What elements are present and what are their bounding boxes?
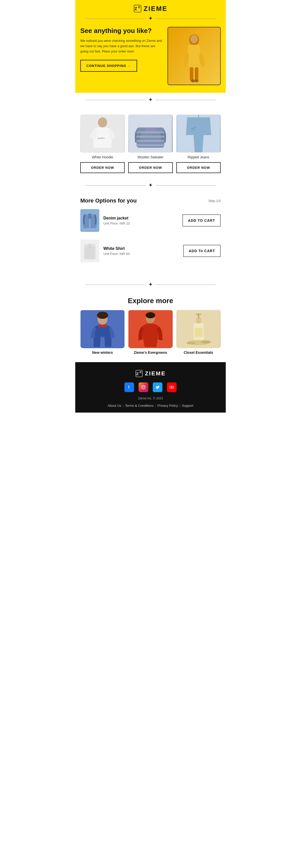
explore-section: Explore more New winters [75,292,226,362]
social-icons-row: f [80,382,221,392]
svg-rect-38 [98,324,107,327]
continue-shopping-button[interactable]: CONTINUE SHOPPING → [80,60,137,72]
svg-rect-20 [145,127,156,131]
divider-line-right3 [155,185,215,186]
svg-rect-18 [137,140,164,142]
products-divider: ✦ [75,93,226,107]
option-image-denim-jacket [80,209,99,232]
explore-card-closet-essentials[interactable]: Closet Essentials [176,310,221,354]
option-info-white-shirt: White Shirt Unit Price: INR 50 [103,246,179,256]
add-to-cart-button-denim-jacket[interactable]: ADD TO CART [182,214,221,226]
divider-plus-icon: ✦ [146,15,155,22]
explore-card-evergreens[interactable]: Zieme's Evergreens [128,310,172,354]
svg-point-57 [144,386,145,386]
youtube-icon[interactable] [167,382,177,392]
product-image-ripped-jeans [176,115,221,153]
svg-point-37 [97,312,108,319]
svg-rect-26 [88,214,92,219]
header: Z ZIEME [75,0,226,15]
twitter-icon[interactable] [153,382,162,392]
product-card-ripped-jeans: Ripped Jeans ORDER NOW [176,115,221,173]
explore-image-evergreens [128,310,172,348]
svg-text:Z: Z [135,7,137,11]
more-options-header: More Options for you Step 1/3 [80,197,221,204]
explore-title: Explore more [80,297,221,305]
hero-title: See anything you like? [80,27,162,35]
more-options-section: More Options for you Step 1/3 Denim jack… [75,192,226,278]
footer-link-about[interactable]: About Us [108,404,121,407]
footer-separator-3: | [179,404,180,407]
divider-plus-icon3: ✦ [146,182,155,189]
footer-logo-icon: Z [135,370,143,377]
footer-link-support[interactable]: Support [182,404,193,407]
option-row-white-shirt: White Shirt Unit Price: INR 50 ADD To CA… [80,240,221,265]
product-name-ripped-jeans: Ripped Jeans [188,155,209,159]
svg-point-50 [186,342,195,344]
hero-section: See anything you like? We noticed you we… [75,22,226,93]
svg-text:Z: Z [136,372,139,376]
svg-rect-8 [195,67,198,81]
svg-rect-47 [195,328,202,337]
products-grid: audere White Hoodie ORDER NOW [80,115,221,173]
footer-separator-1: | [123,404,123,407]
footer-link-privacy[interactable]: Privacy Policy [157,404,178,407]
explore-name-new-winters: New winters [92,350,113,354]
step-indicator: Step 1/3 [208,199,221,203]
divider-line-left3 [86,185,146,186]
products-section: audere White Hoodie ORDER NOW [75,107,226,178]
svg-point-5 [190,35,198,43]
brand-name: ZIEME [144,5,167,13]
svg-point-2 [138,6,140,8]
footer-links: About Us | Terms & Conditions | Privacy … [80,404,221,407]
more-options-divider: ✦ [75,178,226,192]
explore-card-new-winters[interactable]: New winters [80,310,125,354]
instagram-icon[interactable] [139,382,148,392]
svg-rect-44 [196,318,201,323]
option-price-denim-jacket: Unit Price: INR 10 [103,221,178,225]
hero-divider: ✦ [80,15,221,22]
footer: Z ZIEME f [75,362,226,412]
product-image-white-hoodie: audere [80,115,125,153]
product-image-woolen-sweater [128,115,172,153]
svg-point-56 [143,386,144,388]
svg-rect-46 [196,313,201,315]
product-card-woolen-sweater: Woolen Sweater ORDER NOW [128,115,172,173]
hero-description: We noticed you were checking something o… [80,38,162,54]
hero-product-image [167,27,221,85]
svg-rect-7 [190,67,193,81]
svg-point-10 [195,79,199,82]
order-button-white-hoodie[interactable]: ORDER NOW [80,162,125,173]
svg-point-53 [140,372,141,373]
explore-image-closet-essentials [176,310,221,348]
divider-plus-icon2: ✦ [146,97,155,103]
divider-line-left2 [86,100,146,100]
divider-line-left [86,19,146,19]
svg-rect-17 [137,135,164,137]
order-button-ripped-jeans[interactable]: ORDER NOW [176,162,221,173]
divider-line-right [155,19,215,19]
add-to-cart-button-white-shirt[interactable]: ADD To CART [183,245,221,257]
svg-point-49 [201,340,211,343]
product-name-woolen-sweater: Woolen Sweater [138,155,163,159]
footer-logo-area: Z ZIEME [80,370,221,377]
svg-rect-6 [188,45,200,67]
option-name-white-shirt: White Shirt [103,246,179,251]
svg-rect-16 [137,131,164,133]
svg-point-41 [146,312,155,318]
logo-area: Z ZIEME [75,5,226,13]
svg-point-12 [98,117,107,127]
footer-copyright: Zieme Inc. © 2023 [80,397,221,400]
svg-text:f: f [128,385,130,389]
facebook-icon[interactable]: f [124,382,134,392]
divider-plus-icon4: ✦ [146,281,155,288]
footer-separator-2: | [155,404,156,407]
more-options-title: More Options for you [80,197,137,204]
footer-brand-name: ZIEME [145,370,166,377]
product-card-white-hoodie: audere White Hoodie ORDER NOW [80,115,125,173]
option-name-denim-jacket: Denim jacket [103,216,178,220]
order-button-woolen-sweater[interactable]: ORDER NOW [128,162,172,173]
svg-rect-19 [137,144,164,146]
footer-link-terms[interactable]: Terms & Conditions [125,404,154,407]
explore-name-evergreens: Zieme's Evergreens [134,350,167,354]
zieme-logo-icon: Z [134,5,142,13]
